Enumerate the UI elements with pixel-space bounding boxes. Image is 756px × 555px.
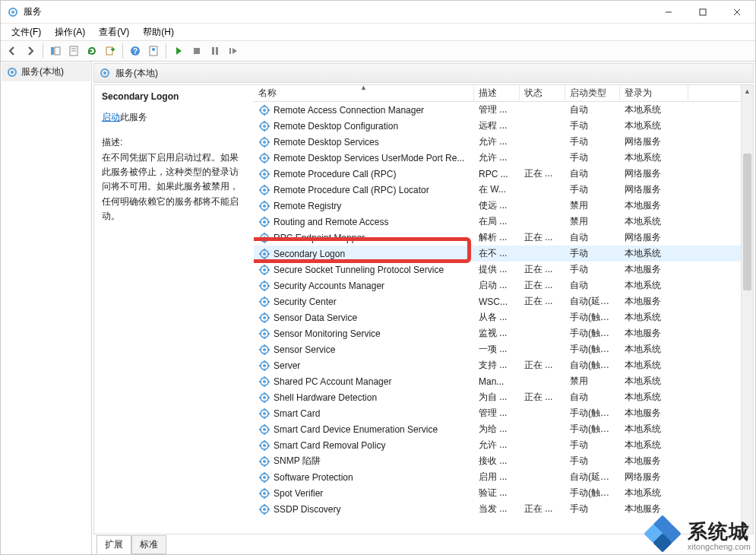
menu-file[interactable]: 文件(F) (5, 24, 47, 40)
service-logon-as: 本地服务 (620, 327, 688, 340)
service-description: RPC ... (474, 169, 520, 179)
service-name: RPC Endpoint Mapper (274, 233, 365, 243)
column-header-description[interactable]: 描述 (474, 85, 520, 101)
close-button[interactable] (720, 1, 754, 23)
menu-view[interactable]: 查看(V) (93, 24, 135, 40)
service-row[interactable]: Sensor Monitoring Service监视 ...手动(触发 ...… (254, 325, 741, 341)
service-row[interactable]: Smart Card管理 ...手动(触发 ...本地服务 (254, 405, 741, 421)
menu-help[interactable]: 帮助(H) (137, 24, 180, 40)
sort-ascending-icon: ▲ (360, 85, 367, 91)
service-row[interactable]: Remote Registry使远 ...禁用本地服务 (254, 198, 741, 214)
start-service-link[interactable]: 启动 (102, 112, 120, 122)
tab-standard[interactable]: 标准 (131, 535, 166, 554)
service-row[interactable]: Shared PC Account ManagerMan...禁用本地系统 (254, 373, 741, 389)
svg-point-157 (263, 460, 266, 463)
service-status: 正在 ... (520, 359, 565, 372)
service-startup-type: 手动(触发 ... (565, 311, 620, 324)
minimize-button[interactable] (651, 1, 685, 23)
service-name: Remote Procedure Call (RPC) (274, 169, 396, 179)
scroll-thumb[interactable] (743, 154, 751, 290)
help-button[interactable]: ? (127, 43, 144, 59)
scroll-up-button[interactable]: ▲ (742, 85, 753, 97)
service-row[interactable]: Remote Procedure Call (RPC)RPC ...正在 ...… (254, 166, 741, 182)
service-logon-as: 本地系统 (620, 247, 688, 260)
right-pane-title: 服务(本地) (115, 67, 158, 80)
properties-button[interactable] (65, 43, 82, 59)
service-row[interactable]: Server支持 ...正在 ...自动(触发 ...本地系统 (254, 357, 741, 373)
svg-point-67 (263, 220, 266, 224)
service-row[interactable]: Remote Procedure Call (RPC) Locator在 W..… (254, 182, 741, 198)
svg-point-169 (263, 492, 266, 495)
menu-action[interactable]: 操作(A) (49, 24, 91, 40)
service-row[interactable]: Remote Access Connection Manager管理 ...自动… (254, 102, 741, 118)
service-description: 启用 ... (474, 471, 520, 484)
column-header-logon-as[interactable]: 登录为 (620, 85, 688, 101)
service-name: Remote Desktop Configuration (274, 121, 398, 132)
service-logon-as: 本地系统 (620, 391, 688, 404)
service-row[interactable]: RPC Endpoint Mapper解析 ...正在 ...自动网络服务 (254, 230, 741, 246)
service-logon-as: 本地服务 (620, 199, 688, 212)
service-row[interactable]: Spot Verifier验证 ...手动(触发 ...本地系统 (254, 485, 741, 501)
svg-point-25 (263, 109, 266, 112)
service-row[interactable]: Routing and Remote Access在局 ...禁用本地系统 (254, 214, 741, 230)
export-list-button[interactable] (102, 43, 119, 59)
vertical-scrollbar[interactable]: ▲ ▼ (741, 85, 753, 534)
service-name: Sensor Data Service (274, 312, 357, 323)
refresh-button[interactable] (84, 43, 100, 59)
svg-point-115 (263, 348, 266, 351)
service-logon-as: 本地服务 (620, 455, 688, 468)
service-startup-type: 手动 (565, 247, 620, 260)
pause-service-button[interactable] (207, 43, 223, 59)
service-name: Shell Hardware Detection (274, 392, 377, 403)
service-row[interactable]: Remote Desktop Services允许 ...手动网络服务 (254, 134, 741, 150)
service-row[interactable]: Software Protection启用 ...自动(延迟 ...网络服务 (254, 469, 741, 485)
service-description: 允许 ... (474, 439, 520, 452)
right-pane-header: 服务(本地) (93, 63, 754, 83)
stop-service-button[interactable] (188, 43, 205, 59)
service-row[interactable]: Security CenterWSC...正在 ...自动(延迟 ...本地服务 (254, 293, 741, 309)
service-row[interactable]: Sensor Service一项 ...手动(触发 ...本地系统 (254, 341, 741, 357)
service-description: 启动 ... (474, 279, 520, 292)
service-startup-type: 手动 (565, 183, 620, 196)
show-hide-tree-button[interactable] (47, 43, 64, 59)
service-row[interactable]: Secure Socket Tunneling Protocol Service… (254, 262, 741, 278)
service-logon-as: 本地系统 (620, 343, 688, 356)
svg-point-97 (263, 300, 266, 303)
service-row[interactable]: Remote Desktop Services UserMode Port Re… (254, 150, 741, 166)
service-row[interactable]: SNMP 陷阱接收 ...手动本地服务 (254, 453, 741, 469)
maximize-button[interactable] (685, 1, 720, 23)
back-button[interactable] (4, 43, 21, 59)
service-name: Remote Registry (274, 201, 341, 211)
service-row[interactable]: Security Accounts Manager启动 ...正在 ...自动本… (254, 278, 741, 293)
service-row[interactable]: Smart Card Removal Policy允许 ...手动本地系统 (254, 437, 741, 453)
service-row[interactable]: Remote Desktop Configuration远程 ...手动本地系统 (254, 118, 741, 134)
svg-rect-7 (55, 47, 60, 55)
tree-item-services-local[interactable]: 服务(本地) (2, 62, 90, 81)
column-header-status[interactable]: 状态 (520, 85, 565, 101)
service-description: Man... (474, 376, 520, 387)
service-row[interactable]: Secondary Logon在不 ...手动本地系统 (254, 246, 741, 262)
service-logon-as: 本地服务 (620, 263, 688, 276)
service-startup-type: 手动(触发 ... (565, 407, 620, 420)
service-row[interactable]: Smart Card Device Enumeration Service为给 … (254, 421, 741, 437)
service-name: Spot Verifier (274, 488, 323, 499)
tab-extended[interactable]: 扩展 (96, 535, 131, 554)
start-service-button[interactable] (170, 43, 187, 59)
service-startup-type: 禁用 (565, 215, 620, 228)
service-row[interactable]: Shell Hardware Detection为自 ...正在 ...自动本地… (254, 389, 741, 405)
service-startup-type: 自动(延迟 ... (565, 295, 620, 308)
forward-button[interactable] (22, 43, 39, 59)
service-row[interactable]: Sensor Data Service从各 ...手动(触发 ...本地系统 (254, 309, 741, 325)
column-header-name[interactable]: 名称 ▲ (254, 85, 474, 101)
svg-point-91 (263, 284, 266, 287)
restart-service-button[interactable] (225, 43, 242, 59)
svg-point-127 (263, 380, 266, 383)
column-header-startup-type[interactable]: 启动类型 (565, 85, 620, 101)
scroll-down-button[interactable]: ▼ (742, 522, 753, 534)
help-index-button[interactable] (145, 43, 162, 59)
service-startup-type: 自动 (565, 231, 620, 244)
service-row[interactable]: SSDP Discovery当发 ...正在 ...手动本地服务 (254, 501, 741, 517)
toolbar-separator (166, 43, 166, 59)
service-name: Shared PC Account Manager (274, 376, 391, 387)
service-name: Remote Desktop Services (274, 137, 379, 147)
